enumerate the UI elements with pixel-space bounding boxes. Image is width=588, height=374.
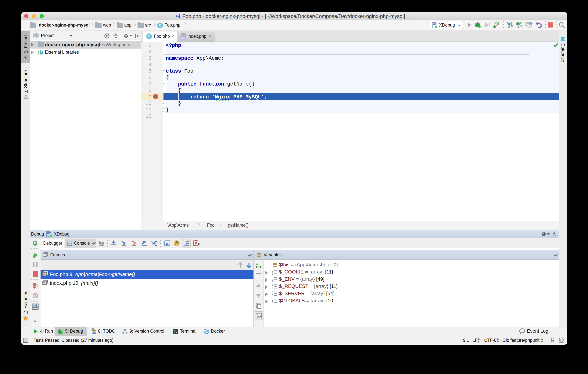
svg-text:3: 3 bbox=[272, 280, 273, 282]
svg-text:3: 3 bbox=[183, 244, 185, 247]
svg-text:3: 3 bbox=[272, 273, 273, 275]
svg-text:3: 3 bbox=[272, 295, 273, 296]
svg-text:3: 3 bbox=[272, 302, 273, 303]
svg-text:3: 3 bbox=[272, 287, 273, 289]
